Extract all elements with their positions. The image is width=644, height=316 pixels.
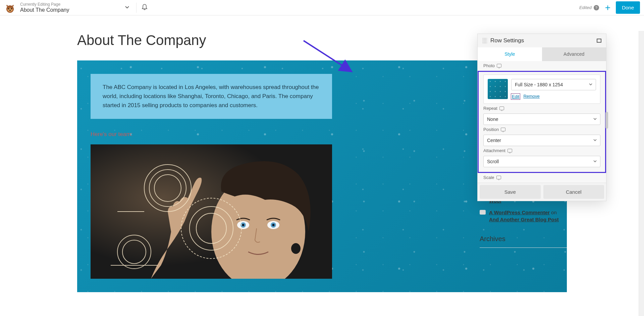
- archives-heading: Archives: [480, 235, 567, 243]
- attachment-select[interactable]: Scroll: [483, 156, 600, 167]
- position-select[interactable]: Center: [483, 135, 600, 146]
- photo-size-select[interactable]: Full Size - 1880 x 1254: [511, 79, 596, 90]
- panel-scrollbar-thumb[interactable]: [605, 112, 608, 129]
- editor-canvas: About The Company The ABC Company is loc…: [0, 15, 644, 316]
- photo-field: Full Size - 1880 x 1254 Edit Remove: [483, 75, 600, 104]
- comment-icon: [480, 210, 486, 215]
- done-button[interactable]: Done: [616, 1, 640, 14]
- editing-title: About The Company: [20, 7, 69, 13]
- svg-point-13: [272, 224, 275, 226]
- annotation-arrow: [302, 39, 356, 77]
- field-label-photo: Photo: [478, 63, 606, 68]
- add-module-button[interactable]: +: [605, 2, 610, 13]
- panel-title: Row Settings: [490, 37, 597, 44]
- help-icon[interactable]: ?: [594, 5, 599, 10]
- responsive-icon[interactable]: [507, 149, 512, 152]
- svg-point-14: [291, 243, 301, 254]
- svg-point-10: [242, 224, 245, 226]
- photo-settings-highlight: Full Size - 1880 x 1254 Edit Remove Repe…: [478, 71, 606, 173]
- responsive-icon[interactable]: [499, 106, 504, 110]
- cancel-button[interactable]: Cancel: [543, 185, 604, 199]
- drag-handle[interactable]: [482, 38, 487, 44]
- photo-thumbnail[interactable]: [488, 79, 508, 99]
- editing-eyebrow: Currently Editing Page: [20, 2, 69, 7]
- divider: [480, 247, 567, 248]
- top-bar: Currently Editing Page About The Company…: [0, 0, 644, 15]
- svg-point-4: [9, 10, 11, 11]
- photo-edit-link[interactable]: Edit: [511, 94, 520, 99]
- svg-point-2: [8, 8, 9, 9]
- tab-advanced[interactable]: Advanced: [542, 47, 606, 61]
- field-label-repeat: Repeat: [483, 106, 600, 111]
- edited-label: Edited: [579, 5, 592, 10]
- expand-panel-icon[interactable]: [597, 39, 601, 43]
- intro-text-box[interactable]: The ABC Company is located in Los Angele…: [91, 74, 332, 119]
- notifications-icon[interactable]: [141, 4, 148, 12]
- field-label-scale: Scale: [478, 175, 606, 180]
- svg-line-25: [304, 41, 351, 71]
- save-button[interactable]: Save: [480, 185, 541, 199]
- field-label-position: Position: [483, 127, 600, 132]
- page-scrollbar[interactable]: [639, 31, 644, 316]
- app-logo: [4, 2, 16, 14]
- photo-remove-link[interactable]: Remove: [523, 94, 539, 99]
- divider: [136, 3, 137, 13]
- page-context: Currently Editing Page About The Company: [20, 2, 69, 13]
- panel-tabs: Style Advanced: [478, 47, 606, 61]
- field-label-attachment: Attachment: [483, 148, 600, 153]
- responsive-icon[interactable]: [496, 176, 501, 179]
- row-settings-panel: Row Settings Style Advanced Photo Full S…: [477, 34, 606, 201]
- recent-comment-item: A WordPress Commenter on And Another Gre…: [480, 209, 567, 223]
- tab-style[interactable]: Style: [478, 47, 542, 61]
- comment-author-link[interactable]: A WordPress Commenter: [489, 210, 550, 215]
- responsive-icon[interactable]: [497, 64, 501, 67]
- comment-post-link[interactable]: And Another Great Blog Post: [489, 217, 559, 222]
- page-dropdown-toggle[interactable]: [123, 3, 131, 13]
- responsive-icon[interactable]: [501, 128, 505, 131]
- svg-point-3: [11, 8, 12, 9]
- team-image[interactable]: [91, 144, 332, 279]
- repeat-select[interactable]: None: [483, 114, 600, 125]
